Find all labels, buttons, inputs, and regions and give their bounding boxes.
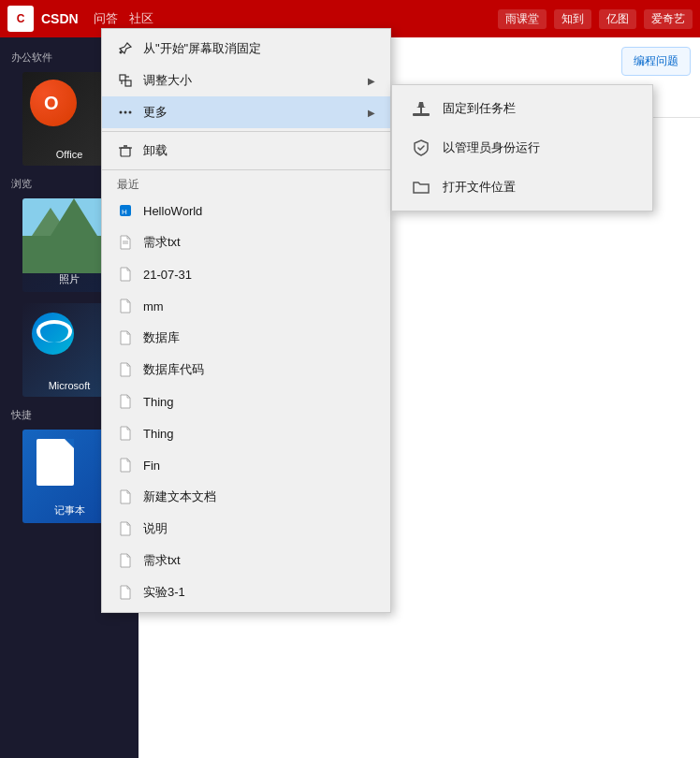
- nav-community[interactable]: 社区: [129, 10, 153, 27]
- recent-xqtxt-label: 需求txt: [143, 234, 181, 251]
- pin-icon: [117, 40, 134, 57]
- ctx-more-label: 更多: [143, 104, 168, 121]
- sub-pin-taskbar-label: 固定到任务栏: [443, 100, 516, 117]
- recent-mm-label: mm: [143, 299, 164, 313]
- recent-database-label: 数据库: [143, 329, 180, 346]
- more-icon: [117, 104, 134, 121]
- svg-point-5: [120, 111, 123, 114]
- notepad-visual: [36, 439, 74, 486]
- recent-desc-label: 说明: [143, 520, 168, 537]
- recent-thing1-label: Thing: [143, 395, 174, 409]
- svg-text:O: O: [44, 93, 59, 113]
- pin-taskbar-icon: [411, 98, 431, 119]
- recent-helloworld-label: HelloWorld: [143, 204, 202, 218]
- ctx-recent-fin[interactable]: Fin: [102, 449, 390, 481]
- recent-database-code-label: 数据库代码: [143, 361, 204, 378]
- edge-label: Microsoft: [49, 380, 91, 391]
- ctx-recent-helloworld[interactable]: H HelloWorld: [102, 195, 390, 226]
- svg-text:H: H: [122, 208, 127, 216]
- svg-rect-15: [413, 113, 430, 116]
- doc-icon-4: [117, 329, 134, 346]
- csdn-title: CSDN: [41, 11, 79, 26]
- doc-icon-1: [117, 234, 134, 251]
- sub-open-location-label: 打开文件位置: [443, 179, 516, 196]
- sub-pin-taskbar[interactable]: 固定到任务栏: [392, 89, 652, 128]
- svg-rect-2: [125, 80, 131, 86]
- editor-hint: 编程问题: [621, 47, 691, 76]
- ctx-recent-xqtxt2[interactable]: 需求txt: [102, 545, 390, 576]
- ctx-divider-1: [102, 131, 390, 132]
- doc-icon-12: [117, 584, 134, 601]
- top-nav: 问答 社区: [94, 10, 153, 27]
- submenu-more: 固定到任务栏 以管理员身份运行 打开文件位置: [391, 84, 653, 211]
- context-menu: 从"开始"屏幕取消固定 调整大小 ▶ 更多 ▶: [101, 28, 391, 613]
- doc-icon-9: [117, 488, 134, 505]
- ctx-more[interactable]: 更多 ▶: [102, 96, 390, 128]
- doc-icon-10: [117, 520, 134, 537]
- ctx-recent-exp31[interactable]: 实验3-1: [102, 576, 390, 608]
- top-bar-right: 雨课堂 知到 亿图 爱奇艺: [498, 9, 693, 29]
- top-item-yuketang[interactable]: 雨课堂: [498, 9, 547, 29]
- recent-newdoc-label: 新建文本文档: [143, 488, 216, 505]
- office-label: Office: [56, 149, 83, 160]
- svg-rect-1: [120, 75, 125, 80]
- notepad-label: 记事本: [54, 503, 85, 517]
- ctx-recent-date[interactable]: 21-07-31: [102, 258, 390, 290]
- svg-rect-8: [121, 148, 130, 156]
- doc-icon-5: [117, 361, 134, 378]
- doc-icon-11: [117, 552, 134, 569]
- svg-point-7: [129, 111, 132, 114]
- ctx-unpin-label: 从"开始"屏幕取消固定: [143, 40, 261, 57]
- ctx-unpin[interactable]: 从"开始"屏幕取消固定: [102, 33, 390, 65]
- recent-date-label: 21-07-31: [143, 268, 192, 282]
- top-item-aiqiyi[interactable]: 爱奇艺: [644, 9, 693, 29]
- recent-xqtxt2-label: 需求txt: [143, 552, 181, 569]
- ctx-recent-xqtxt[interactable]: 需求txt: [102, 226, 390, 258]
- ctx-recent-mm[interactable]: mm: [102, 290, 390, 322]
- ctx-recent-desc[interactable]: 说明: [102, 513, 390, 545]
- doc-icon-8: [117, 457, 134, 474]
- nav-qa[interactable]: 问答: [94, 10, 118, 27]
- ctx-resize[interactable]: 调整大小 ▶: [102, 65, 390, 96]
- ctx-recent-thing1[interactable]: Thing: [102, 386, 390, 417]
- folder-icon: [411, 177, 431, 197]
- ctx-divider-2: [102, 169, 390, 170]
- recent-exp31-label: 实验3-1: [143, 584, 185, 601]
- office-icon: O: [30, 80, 77, 126]
- resize-icon: [117, 72, 134, 89]
- ctx-uninstall[interactable]: 卸载: [102, 135, 390, 167]
- ctx-recent-newdoc[interactable]: 新建文本文档: [102, 481, 390, 513]
- ctx-recent-thing2[interactable]: Thing: [102, 417, 390, 449]
- recent-fin-label: Fin: [143, 459, 160, 473]
- doc-icon-2: [117, 266, 134, 283]
- doc-icon-7: [117, 425, 134, 442]
- recent-thing2-label: Thing: [143, 427, 174, 441]
- trash-icon: [117, 142, 134, 159]
- sub-run-admin-label: 以管理员身份运行: [443, 139, 540, 156]
- ctx-recent-database[interactable]: 数据库: [102, 322, 390, 354]
- doc-icon-6: [117, 393, 134, 410]
- top-item-yitu[interactable]: 亿图: [599, 9, 636, 29]
- ctx-recent-database-code[interactable]: 数据库代码: [102, 354, 390, 386]
- more-arrow-icon: ▶: [368, 108, 375, 118]
- ctx-resize-label: 调整大小: [143, 72, 192, 89]
- top-item-zhidao[interactable]: 知到: [554, 9, 591, 29]
- ctx-recent-label: 最近: [102, 173, 390, 195]
- csdn-logo: C: [7, 6, 34, 32]
- edge-visual: [32, 313, 74, 355]
- svg-point-6: [124, 111, 127, 114]
- sub-open-location[interactable]: 打开文件位置: [392, 168, 652, 207]
- app-icon: H: [117, 202, 134, 219]
- resize-arrow-icon: ▶: [368, 76, 375, 86]
- sub-run-admin[interactable]: 以管理员身份运行: [392, 128, 652, 168]
- shield-icon: [411, 138, 431, 158]
- ctx-uninstall-label: 卸载: [143, 142, 168, 159]
- photos-label: 照片: [59, 272, 80, 286]
- doc-icon-3: [117, 298, 134, 314]
